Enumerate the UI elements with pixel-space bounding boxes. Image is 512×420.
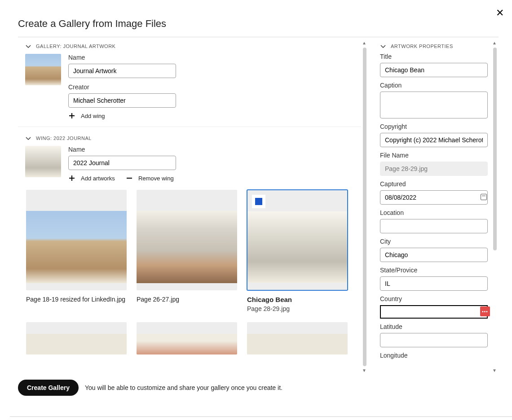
artwork-card-selected[interactable]: Chicago Bean Page 28-29.jpg [247, 190, 348, 312]
properties-section-header[interactable]: ARTWORK PROPERTIES [380, 35, 491, 53]
copyright-input[interactable] [380, 133, 488, 147]
filename-label: File Name [380, 152, 491, 159]
selection-checkbox[interactable] [252, 195, 265, 208]
artwork-card[interactable] [247, 322, 348, 354]
latitude-input[interactable] [380, 333, 488, 347]
longitude-label: Longitude [380, 352, 491, 359]
captured-label: Captured [380, 180, 491, 188]
chevron-down-icon [25, 135, 31, 141]
location-label: Location [380, 209, 491, 216]
chevron-down-icon [380, 43, 386, 49]
artwork-card[interactable]: Page 18-19 resized for LinkedIn.jpg [26, 190, 127, 312]
scrollbar[interactable] [493, 48, 497, 250]
add-wing-button[interactable]: Add wing [68, 112, 105, 119]
divider [10, 416, 512, 417]
calendar-icon[interactable] [481, 194, 487, 200]
remove-wing-button[interactable]: Remove wing [126, 175, 174, 182]
add-wing-label: Add wing [81, 113, 105, 119]
wing-thumbnail [25, 146, 61, 177]
gallery-creator-input[interactable] [68, 93, 176, 108]
wing-section-header[interactable]: WING: 2022 JOURNAL [18, 127, 361, 146]
scroll-up-icon[interactable]: ▲ [362, 41, 366, 45]
caption-label: Caption [380, 82, 491, 89]
copyright-label: Copyright [380, 123, 491, 130]
gallery-thumbnail [25, 54, 61, 85]
gallery-creator-label: Creator [68, 83, 176, 91]
plus-icon [68, 112, 75, 119]
create-gallery-button[interactable]: Create Gallery [18, 380, 79, 396]
footer-note: You will be able to customize and share … [85, 384, 282, 391]
artwork-thumbnail [137, 334, 237, 354]
latitude-label: Latitude [380, 323, 491, 330]
artwork-thumbnail [247, 334, 348, 354]
artwork-grid: Page 18-19 resized for LinkedIn.jpg Page… [18, 182, 361, 354]
artwork-thumbnail [26, 334, 127, 354]
gallery-section-header[interactable]: GALLERY: JOURNAL ARTWORK [18, 35, 361, 54]
plus-icon [68, 175, 75, 182]
gallery-name-label: Name [68, 54, 176, 61]
scroll-down-icon[interactable]: ▼ [362, 369, 366, 372]
page-title: Create a Gallery from Image Files [0, 0, 512, 37]
gallery-name-input[interactable] [68, 64, 176, 78]
filename-input [380, 162, 488, 176]
artwork-thumbnail [137, 211, 237, 283]
add-artworks-label: Add artworks [81, 175, 115, 182]
wing-section-label: WING: 2022 JOURNAL [36, 136, 92, 141]
caption-input[interactable] [380, 92, 488, 118]
scroll-up-icon[interactable]: ▲ [492, 41, 497, 45]
wing-name-label: Name [68, 146, 176, 153]
checkmark-icon [255, 198, 262, 205]
scrollbar[interactable] [363, 48, 366, 366]
state-input[interactable] [380, 276, 488, 291]
close-icon[interactable]: ✕ [496, 8, 504, 18]
wing-name-input[interactable] [68, 156, 176, 170]
chevron-down-icon [25, 43, 31, 49]
artwork-caption: Page 26-27.jpg [137, 296, 237, 303]
scroll-down-icon[interactable]: ▼ [492, 369, 497, 372]
state-label: State/Provice [380, 267, 491, 274]
properties-panel: ▲ ▼ ARTWORK PROPERTIES Title Caption Cop… [368, 35, 499, 372]
artwork-card[interactable] [26, 322, 127, 354]
country-input[interactable] [380, 305, 488, 319]
properties-section-label: ARTWORK PROPERTIES [391, 44, 453, 49]
artwork-thumbnail [247, 211, 347, 283]
add-artworks-button[interactable]: Add artworks [68, 175, 115, 182]
city-input[interactable] [380, 248, 488, 262]
remove-wing-label: Remove wing [138, 175, 174, 182]
left-panel: ▲ ▼ GALLERY: JOURNAL ARTWORK Name Creato… [18, 35, 368, 372]
title-input[interactable] [380, 63, 488, 77]
title-label: Title [380, 53, 491, 60]
artwork-card[interactable]: Page 26-27.jpg [137, 190, 237, 312]
location-input[interactable] [380, 219, 488, 233]
artwork-filename: Page 28-29.jpg [247, 305, 348, 312]
artwork-thumbnail [26, 211, 127, 283]
artwork-card[interactable] [137, 322, 237, 354]
country-label: Country [380, 295, 491, 302]
artwork-title: Chicago Bean [247, 296, 348, 303]
more-icon[interactable]: ••• [480, 306, 490, 316]
city-label: City [380, 238, 491, 245]
artwork-caption: Page 18-19 resized for LinkedIn.jpg [26, 296, 127, 303]
gallery-section-label: GALLERY: JOURNAL ARTWORK [36, 44, 115, 49]
captured-input[interactable] [380, 190, 488, 205]
minus-icon [126, 175, 133, 182]
